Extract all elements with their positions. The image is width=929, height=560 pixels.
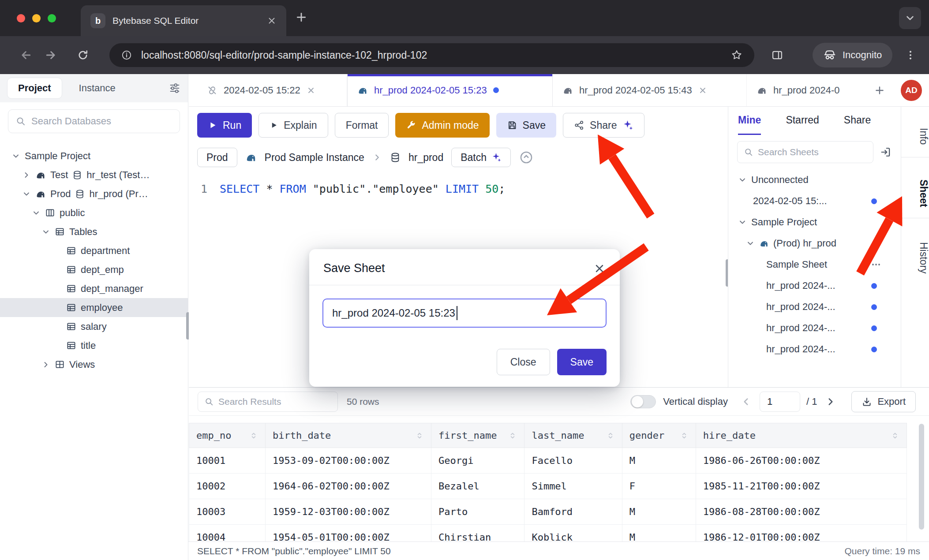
bookmark-star-icon[interactable]: [730, 49, 743, 61]
tree-item-dept-emp[interactable]: dept_emp: [0, 260, 188, 279]
editor-tab-3[interactable]: hr_prod 2024-02-05 15:43: [553, 74, 747, 106]
column-header-gender[interactable]: gender: [622, 423, 696, 448]
search-sheets-input[interactable]: Search Sheets: [737, 141, 873, 163]
column-header-emp-no[interactable]: emp_no: [189, 423, 266, 448]
side-panel-icon[interactable]: [766, 44, 789, 67]
tree-item-tables[interactable]: Tables: [0, 222, 188, 241]
batch-button[interactable]: Batch: [451, 148, 511, 167]
browser-tab[interactable]: b Bytebase SQL Editor: [81, 5, 286, 36]
prev-page-icon[interactable]: [740, 396, 752, 407]
tree-item-public-schema[interactable]: public: [0, 203, 188, 222]
collapse-panel-icon[interactable]: [880, 146, 892, 158]
chevron-down-icon[interactable]: [746, 239, 755, 248]
column-header-birth-date[interactable]: birth_date: [265, 423, 431, 448]
column-header-hire-date[interactable]: hire_date: [696, 423, 907, 448]
vertical-display-toggle[interactable]: [630, 395, 656, 408]
tree-item-dept-manager[interactable]: dept_manager: [0, 279, 188, 298]
sheet-item[interactable]: hr_prod 2024-...: [728, 296, 901, 317]
new-tab-button[interactable]: [295, 11, 308, 26]
page-number-input[interactable]: 1: [760, 392, 800, 412]
back-button[interactable]: [15, 44, 37, 67]
tab-instance[interactable]: Instance: [68, 78, 126, 98]
table-row[interactable]: 100021964-06-02T00:00:00ZBezalelSimmelF1…: [189, 474, 907, 499]
chevron-down-icon[interactable]: [22, 190, 31, 198]
sheet-menu-icon[interactable]: [871, 259, 881, 270]
environment-chip[interactable]: Prod: [197, 148, 237, 167]
column-header-last-name[interactable]: last_name: [524, 423, 622, 448]
browser-menu-button[interactable]: [899, 44, 922, 67]
rail-tab-info[interactable]: Info: [901, 116, 929, 157]
rail-tab-sheet[interactable]: Sheet: [901, 168, 929, 218]
chevron-right-icon[interactable]: [41, 360, 50, 369]
zoom-window-button[interactable]: [48, 14, 56, 22]
close-icon[interactable]: [593, 262, 606, 275]
editor-tab-unconnected[interactable]: 2024-02-05 15:22: [197, 74, 347, 106]
chevron-down-icon[interactable]: [11, 152, 20, 161]
run-button[interactable]: Run: [197, 113, 252, 138]
close-icon[interactable]: [307, 86, 315, 95]
table-row[interactable]: 100031959-12-03T00:00:00ZPartoBamfordM19…: [189, 499, 907, 525]
tree-item-employee[interactable]: employee: [0, 298, 188, 317]
tree-item-test-env[interactable]: Test hr_test (Test…: [0, 165, 188, 184]
sheet-name-input[interactable]: hr_prod 2024-02-05 15:23: [322, 299, 607, 328]
admin-mode-button[interactable]: Admin mode: [395, 113, 489, 138]
user-avatar[interactable]: AD: [901, 80, 922, 101]
sheet-group-unconnected[interactable]: Unconnected: [728, 169, 901, 190]
new-editor-tab-button[interactable]: [867, 74, 892, 106]
sheet-group-prod-hrprod[interactable]: (Prod) hr_prod: [728, 233, 901, 254]
close-window-button[interactable]: [17, 14, 25, 22]
chevron-down-icon[interactable]: [32, 209, 41, 217]
tab-starred[interactable]: Starred: [786, 107, 819, 135]
tab-close-icon[interactable]: [267, 16, 277, 26]
next-page-icon[interactable]: [825, 396, 836, 407]
chevron-down-icon[interactable]: [738, 218, 747, 227]
instance-name[interactable]: Prod Sample Instance: [265, 152, 364, 164]
share-button[interactable]: Share: [563, 113, 644, 138]
editor-tab-active[interactable]: hr_prod 2024-02-05 15:23: [347, 74, 553, 106]
column-header-first-name[interactable]: first_name: [431, 423, 524, 448]
page-info-icon[interactable]: [121, 49, 132, 61]
dialog-save-button[interactable]: Save: [557, 349, 607, 375]
chevron-down-icon[interactable]: [41, 228, 50, 236]
url-bar[interactable]: localhost:8080/sql-editor/prod-sample-in…: [109, 43, 754, 67]
tree-item-views[interactable]: Views: [0, 355, 188, 374]
tree-item-prod-env[interactable]: Prod hr_prod (Pr…: [0, 184, 188, 203]
export-button[interactable]: Export: [851, 391, 916, 412]
sheet-item[interactable]: hr_prod 2024-...: [728, 275, 901, 296]
tab-list-chevron-button[interactable]: [899, 7, 921, 29]
minimize-window-button[interactable]: [32, 14, 41, 22]
scrollbar-thumb[interactable]: [919, 424, 924, 530]
chevron-right-icon[interactable]: [22, 171, 31, 179]
tab-mine[interactable]: Mine: [738, 107, 761, 135]
sheet-item[interactable]: 2024-02-05 15:...: [728, 190, 901, 212]
tree-item-title[interactable]: title: [0, 336, 188, 355]
table-row[interactable]: 100041954-05-01T00:00:00ZChirstianKoblic…: [189, 525, 907, 542]
tab-project[interactable]: Project: [7, 78, 62, 99]
close-icon[interactable]: [698, 86, 707, 95]
url-text[interactable]: localhost:8080/sql-editor/prod-sample-in…: [141, 49, 722, 61]
search-databases-input[interactable]: Search Databases: [8, 109, 180, 133]
save-button[interactable]: Save: [496, 113, 556, 138]
tree-item-department[interactable]: department: [0, 241, 188, 260]
database-name[interactable]: hr_prod: [408, 152, 443, 164]
sheet-item-sample-sheet[interactable]: Sample Sheet: [728, 254, 901, 275]
tree-item-salary[interactable]: salary: [0, 317, 188, 336]
rail-tab-history[interactable]: History: [901, 229, 929, 287]
sheet-item[interactable]: hr_prod 2024-...: [728, 339, 901, 360]
table-row[interactable]: 100011953-09-02T00:00:00ZGeorgiFacelloM1…: [189, 448, 907, 474]
reload-button[interactable]: [71, 44, 94, 67]
chevron-down-icon[interactable]: [738, 175, 747, 184]
filter-sliders-icon[interactable]: [169, 82, 181, 94]
results-scrollbar[interactable]: [918, 424, 925, 541]
explain-button[interactable]: Explain: [258, 113, 328, 138]
sync-schema-icon[interactable]: [519, 150, 534, 165]
tree-item-sample-project[interactable]: Sample Project: [0, 146, 188, 165]
sheet-item[interactable]: hr_prod 2024-...: [728, 317, 901, 339]
sheet-group-sample-project[interactable]: Sample Project: [728, 212, 901, 233]
tab-shared[interactable]: Share: [844, 107, 871, 135]
search-results-input[interactable]: Search Results: [198, 392, 338, 412]
format-button[interactable]: Format: [335, 113, 389, 138]
dialog-close-button[interactable]: Close: [497, 349, 550, 375]
editor-tab-4[interactable]: hr_prod 2024-0: [747, 74, 867, 106]
forward-button[interactable]: [39, 44, 62, 67]
